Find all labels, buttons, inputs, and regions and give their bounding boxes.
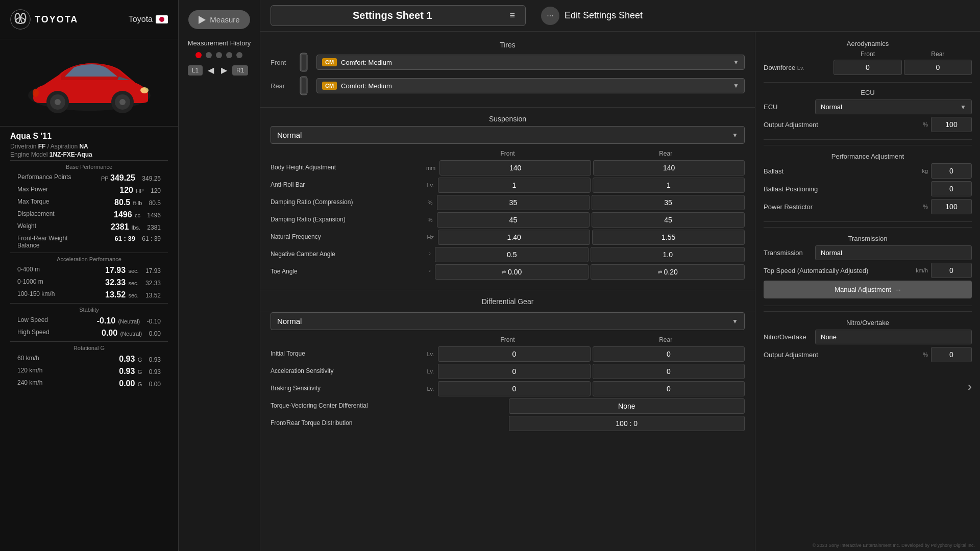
history-dot-1: [195, 52, 202, 58]
manual-adj-button[interactable]: Manual Adjustment ···: [764, 281, 972, 298]
diff-dropdown-arrow: ▼: [732, 318, 738, 325]
accel-sens-unit: Lv.: [425, 368, 436, 374]
front-tire-row: Front CM Comfort: Medium ▼: [271, 52, 745, 72]
suspension-dropdown[interactable]: Normal ▼: [271, 126, 745, 144]
toe-angle-front[interactable]: ⇄ 0.00: [435, 264, 589, 280]
neg-camber-front[interactable]: 0.5: [435, 247, 589, 262]
nat-freq-unit: Hz: [425, 234, 436, 240]
history-dots: [188, 52, 251, 58]
aero-front-header: Front: [834, 51, 901, 58]
ballast-val[interactable]: 0: [931, 163, 972, 179]
r60-val: 0.93: [119, 355, 135, 363]
highspeed-val2: 0.00: [149, 330, 161, 337]
anti-roll-front[interactable]: 1: [438, 178, 590, 193]
chevron-right-icon[interactable]: ›: [968, 380, 972, 394]
a400-val: 17.93: [105, 266, 126, 274]
drivetrain-val: FF: [38, 143, 46, 150]
nitro-section: Nitro/Overtake Nitro/Overtake None Outpu…: [764, 311, 972, 362]
braking-sens-unit: Lv.: [425, 386, 436, 392]
a400-value: 17.93 sec. 17.93: [89, 264, 163, 277]
anti-roll-rear[interactable]: 1: [593, 178, 745, 193]
measure-icon: [199, 16, 206, 24]
menu-icon-button[interactable]: ≡: [509, 10, 515, 21]
damping-comp-row: Damping Ratio (Compression) % 35 35: [271, 195, 745, 210]
ecu-dropdown[interactable]: Normal ▼: [815, 99, 972, 114]
nat-freq-rear[interactable]: 1.55: [592, 230, 745, 245]
body-height-front[interactable]: 140: [439, 160, 591, 176]
ballast-pos-val[interactable]: 0: [931, 181, 972, 196]
aero-rear-header: Rear: [904, 51, 972, 58]
downforce-front[interactable]: 0: [834, 60, 901, 75]
accel-sens-front[interactable]: 0: [438, 364, 590, 379]
diff-val: Normal: [277, 317, 732, 325]
a400-val2: 17.93: [145, 267, 161, 274]
l1-badge[interactable]: L1: [188, 65, 203, 76]
aspiration-val: NA: [79, 143, 88, 150]
front-tire-dropdown-arrow: ▼: [733, 59, 739, 66]
output-adj-val[interactable]: 100: [931, 117, 972, 132]
front-tire-selector[interactable]: CM Comfort: Medium ▼: [316, 55, 745, 70]
measure-button[interactable]: Measure: [188, 10, 250, 29]
r1-badge[interactable]: R1: [232, 65, 248, 76]
toe-angle-rear[interactable]: ⇄ 0.20: [591, 264, 745, 280]
neg-camber-rear[interactable]: 1.0: [591, 247, 745, 262]
accel-sens-row: Acceleration Sensitivity Lv. 0 0: [271, 364, 745, 379]
nitro-output-val[interactable]: 0: [931, 347, 972, 362]
anti-roll-label: Anti-Roll Bar: [271, 181, 423, 189]
initial-torque-rear[interactable]: 0: [593, 346, 745, 362]
power-rest-val[interactable]: 100: [931, 199, 972, 214]
maxpower-unit: HP: [136, 188, 143, 194]
diff-dropdown[interactable]: Normal ▼: [271, 312, 745, 330]
tires-section-title: Tires: [260, 37, 755, 52]
trans-dropdown[interactable]: Normal: [815, 245, 972, 260]
manual-adj-label: Manual Adjustment: [835, 286, 891, 293]
damping-comp-front[interactable]: 35: [437, 195, 590, 210]
prev-button[interactable]: ◀: [206, 64, 216, 76]
performance-adj-section: Performance Adjustment Ballast kg 0 Ball…: [764, 145, 972, 214]
top-speed-val[interactable]: 0: [931, 263, 972, 278]
a1000-val: 32.33: [105, 278, 126, 287]
damping-comp-rear[interactable]: 35: [592, 195, 745, 210]
r240-unit: G: [138, 381, 142, 387]
downforce-rear[interactable]: 0: [904, 60, 972, 75]
initial-torque-front[interactable]: 0: [438, 346, 590, 362]
toe-angle-unit: °: [427, 269, 433, 275]
next-button[interactable]: ▶: [219, 64, 229, 76]
accel-sens-rear[interactable]: 0: [593, 364, 745, 379]
downforce-label: Downforce Lv.: [764, 64, 831, 71]
ecu-label: ECU: [764, 103, 812, 111]
weight-value: 2381 lbs. 2381: [89, 221, 163, 233]
lowspeed-label: Low Speed: [15, 315, 89, 327]
rear-tire-row: Rear CM Comfort: Medium ▼: [271, 76, 745, 96]
nitro-dropdown[interactable]: None: [815, 330, 972, 344]
a1000-label: 0-1000 m: [15, 277, 89, 289]
r240-value: 0.00 G 0.00: [89, 378, 163, 390]
suspension-dropdown-row: Normal ▼: [271, 126, 745, 144]
svg-rect-16: [302, 78, 306, 93]
engine-line: Engine Model 1NZ-FXE-Aqua: [10, 151, 168, 158]
damping-exp-rear[interactable]: 45: [592, 212, 745, 228]
measurement-history: Measurement History L1 ◀ ▶ R1: [188, 39, 251, 86]
body-height-rear[interactable]: 140: [593, 160, 745, 176]
torque-vec-val[interactable]: None: [509, 398, 745, 414]
maxtorque-value: 80.5 ft·lb 80.5: [89, 196, 163, 209]
car-info: Aqua S '11 Drivetrain FF / Aspiration NA…: [0, 126, 178, 395]
settings-title: Settings Sheet 1: [281, 10, 503, 21]
toe-front-val: 0.00: [508, 268, 522, 276]
nat-freq-front[interactable]: 1.40: [438, 230, 591, 245]
country-badge: Toyota: [129, 15, 168, 24]
braking-sens-rear[interactable]: 0: [593, 381, 745, 396]
suspension-dropdown-arrow: ▼: [732, 132, 738, 139]
aspiration-label: Aspiration: [51, 143, 78, 150]
front-rear-dist-val[interactable]: 100 : 0: [509, 416, 745, 431]
damping-exp-front[interactable]: 45: [437, 212, 590, 228]
rear-tire-selector[interactable]: CM Comfort: Medium ▼: [316, 78, 745, 93]
lowspeed-suffix: (Neutral): [118, 318, 140, 324]
suspension-section: Normal ▼ Front Rear Body Height Adjustme…: [260, 126, 755, 287]
r120-val: 0.93: [119, 367, 135, 375]
edit-settings-button[interactable]: ··· Edit Settings Sheet: [541, 7, 643, 25]
braking-sens-front[interactable]: 0: [438, 381, 590, 396]
svg-point-7: [55, 99, 61, 105]
rotg-divider: Rotational G: [10, 341, 168, 353]
toe-front-arrow-icon: ⇄: [502, 269, 506, 275]
